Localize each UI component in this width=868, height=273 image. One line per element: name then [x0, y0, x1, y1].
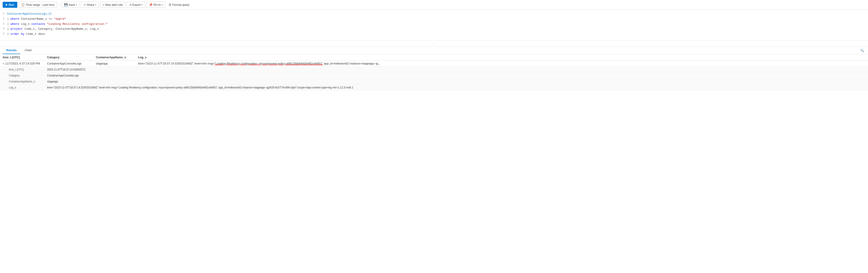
detail-value: stageapp [44, 79, 868, 84]
code-token [45, 22, 47, 27]
tab-chart[interactable]: Chart [21, 47, 35, 54]
results-tabs-bar: Results Chart 🔍 [0, 47, 868, 54]
detail-label: time_t [UTC] [0, 67, 44, 73]
code-token: | [7, 32, 11, 37]
expand-icon[interactable]: ▾ [3, 63, 4, 65]
share-label: Share [87, 3, 94, 6]
col-header-1: Category [44, 54, 93, 61]
pin-icon: 📌 [149, 3, 152, 6]
code-line: 4| project time_t, Category, ContainerAp… [0, 27, 868, 32]
time-value: 11/7/2023, 6:37:14.529 PM [5, 62, 40, 65]
detail-value: ContainerAppConsoleLogs [44, 73, 868, 79]
run-label: Run [9, 3, 14, 6]
detail-row: time_t [UTC]2023-11-07T18:37:14.5294207Z [0, 67, 868, 73]
code-token: time_t, Category, ContainerAppName_s, Lo… [23, 27, 99, 31]
toolbar: Run 📋 Time range : Last hour 💾 Save ▾ ↗ … [0, 0, 868, 10]
detail-label: ContainerAppName_s [0, 79, 44, 84]
code-token: where [11, 22, 19, 27]
time-range-button[interactable]: 📋 Time range : Last hour [19, 2, 57, 8]
col-header-expand: time_t [UTC] [0, 54, 44, 61]
code-token: | [7, 22, 11, 27]
code-token: order by [11, 32, 24, 37]
col-header-3: Log_s [135, 54, 868, 61]
save-button[interactable]: 💾 Save ▾ [62, 2, 80, 8]
new-alert-button[interactable]: + New alert rule [100, 2, 125, 8]
format-query-icon: ☰ [169, 3, 171, 6]
divider: ... [0, 41, 868, 47]
line-number: 3 [0, 22, 7, 26]
export-button[interactable]: ⇥ Export ▾ [126, 2, 145, 8]
line-number: 5 [0, 32, 7, 36]
code-line: 3| where Log_s contains "Loading Resilie… [0, 22, 868, 27]
code-token: ContainerName_s == [19, 17, 54, 22]
log-suffix: app_id=helloworld2 instance=stageapp--qj… [323, 62, 380, 65]
export-label: Export [132, 3, 141, 6]
chevron-down-icon-4: ▾ [162, 4, 163, 6]
chevron-down-icon: ▾ [76, 4, 77, 6]
code-token: Log_s [19, 22, 32, 27]
code-token: | [7, 27, 11, 31]
time-range-icon: 📋 [21, 3, 25, 6]
log-prefix: time="2023-11-07T18:37:14.5293331669Z" l… [138, 62, 215, 65]
line-number: 2 [0, 17, 7, 21]
detail-row: CategoryContainerAppConsoleLogs [0, 73, 868, 79]
detail-label: Log_s [0, 84, 44, 91]
cell-log: time="2023-11-07T18:37:14.5293331669Z" l… [135, 61, 868, 67]
cell-container-app: stageapp [93, 61, 135, 67]
results-area: time_t [UTC]CategoryContainerAppName_sLo… [0, 54, 868, 91]
code-line: 1ContainerAppConsoleLogs_CL [0, 11, 868, 16]
code-token: project [11, 27, 23, 31]
run-button[interactable]: Run [3, 2, 17, 8]
code-token: | [7, 17, 11, 22]
col-header-2: ContainerAppName_s [93, 54, 135, 61]
log-highlighted: "Loading Resiliency configuration: mycom… [215, 62, 323, 65]
chevron-down-icon-3: ▾ [142, 4, 143, 6]
code-line: 5| order by time_t desc [0, 32, 868, 37]
line-number: 1 [0, 12, 7, 16]
time-range-label: Time range : Last hour [26, 3, 54, 6]
cell-category: ContainerAppConsoleLogs [44, 61, 93, 67]
search-icon[interactable]: 🔍 [859, 47, 865, 54]
code-token: contains [31, 22, 45, 27]
table-row[interactable]: ▾11/7/2023, 6:37:14.529 PMContainerAppCo… [0, 61, 868, 67]
share-button[interactable]: ↗ Share ▾ [81, 2, 99, 8]
detail-row: ContainerAppName_sstageapp [0, 79, 868, 84]
table-header-row: time_t [UTC]CategoryContainerAppName_sLo… [0, 54, 868, 61]
save-icon: 💾 [64, 3, 68, 6]
detail-row: Log_stime="2023-11-07T18:37:14.529333166… [0, 84, 868, 91]
new-alert-label: + New alert rule [102, 3, 123, 6]
play-icon [6, 4, 7, 6]
cell-time: ▾11/7/2023, 6:37:14.529 PM [0, 61, 44, 67]
code-token: "daprd" [54, 17, 66, 22]
pin-to-label: Pin to [153, 3, 161, 6]
detail-value: time="2023-11-07T18:37:14.5293331669Z" l… [44, 84, 868, 91]
export-icon: ⇥ [129, 3, 131, 6]
format-query-label: Format query [172, 3, 189, 6]
chevron-down-icon-2: ▾ [95, 4, 96, 6]
code-line: 2| where ContainerName_s == "daprd" [0, 16, 868, 22]
separator-1 [59, 2, 60, 7]
save-label: Save [69, 3, 75, 6]
tab-results[interactable]: Results [3, 47, 20, 54]
detail-value: 2023-11-07T18:37:14.5294207Z [44, 67, 868, 73]
code-token: where [11, 17, 19, 22]
code-token: "Loading Resiliency configuration:" [47, 22, 107, 27]
share-icon: ↗ [83, 3, 86, 6]
format-query-button[interactable]: ☰ Format query [166, 2, 191, 7]
code-editor[interactable]: 1ContainerAppConsoleLogs_CL2| where Cont… [0, 10, 868, 41]
line-number: 4 [0, 27, 7, 31]
results-table: time_t [UTC]CategoryContainerAppName_sLo… [0, 54, 868, 91]
pin-to-button[interactable]: 📌 Pin to ▾ [147, 2, 165, 8]
code-token: ContainerAppConsoleLogs_CL [7, 12, 52, 16]
detail-label: Category [0, 73, 44, 79]
code-token: time_t desc [24, 32, 45, 37]
